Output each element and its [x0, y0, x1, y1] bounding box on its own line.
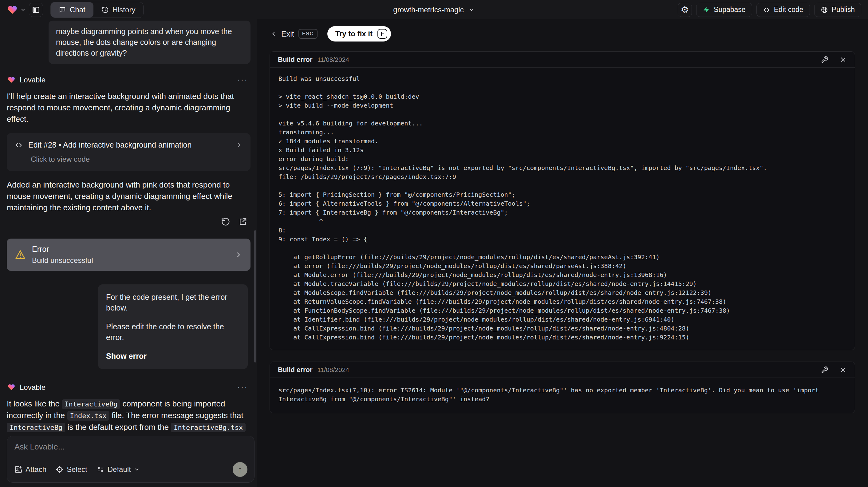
restore-icon[interactable] [221, 217, 230, 226]
chat-messages: maybe diagramming points and when you mo… [0, 19, 257, 436]
settings-button[interactable]: ⚙ [678, 3, 692, 17]
try-to-fix-button[interactable]: Try to fix it F [327, 26, 391, 41]
send-button[interactable]: ↑ [233, 462, 247, 477]
build-error-log: Build was unsuccessful > vite_react_shad… [270, 68, 855, 350]
project-name: growth-metrics-magic [393, 5, 464, 14]
chevron-down-icon [134, 467, 140, 472]
sliders-icon [96, 465, 104, 474]
error-card-title: Error [32, 245, 93, 254]
chevron-down-icon [469, 7, 475, 13]
arrow-up-icon: ↑ [238, 465, 242, 474]
error-card-texts: Error Build unsuccessful [32, 245, 93, 265]
build-error-log-card-2: Build error 11/08/2024 src/pages/Inde [270, 362, 855, 413]
message-actions [7, 217, 247, 226]
assistant-paragraph-rich: It looks like the InteractiveBg componen… [7, 398, 250, 436]
supabase-label: Supabase [714, 5, 746, 14]
close-icon[interactable] [839, 366, 847, 373]
edit-card-row: Edit #28 • Add interactive background an… [15, 141, 243, 149]
error-card-subtitle: Build unsuccessful [32, 256, 93, 265]
lovable-logo-menu[interactable] [7, 5, 26, 15]
mode-dropdown[interactable]: Default [96, 465, 140, 474]
chat-bubble-icon [59, 6, 66, 13]
app-window: Chat History growth-metrics-magic [0, 0, 868, 487]
top-bar-left: Chat History [7, 2, 144, 18]
build-error-log: src/pages/Index.tsx(7,10): error TS2614:… [270, 378, 855, 413]
edit-code-button[interactable]: Edit code [756, 3, 810, 17]
user-message: For the code present, I get the error be… [98, 284, 248, 369]
assistant-name: Lovable [20, 383, 45, 392]
user-message-line: Please edit the code to resolve the erro… [106, 321, 240, 343]
lovable-heart-icon [7, 76, 16, 84]
assistant-message-header: Lovable ··· [7, 75, 250, 85]
chevron-down-icon [20, 7, 26, 12]
project-switcher[interactable]: growth-metrics-magic [393, 5, 474, 14]
assistant-message-header: Lovable ··· [7, 383, 250, 392]
preview-panel: Exit ESC Try to fix it F Build error 11/… [257, 19, 868, 487]
chat-scrollbar-thumb[interactable] [254, 230, 256, 363]
assistant-paragraph: Added an interactive background with pin… [7, 179, 250, 213]
build-error-title: Build error [278, 56, 312, 64]
attach-label: Attach [26, 465, 46, 474]
wrench-fix-icon[interactable] [821, 366, 828, 373]
message-menu-button[interactable]: ··· [237, 383, 248, 392]
tab-history[interactable]: History [93, 2, 144, 18]
tab-chat[interactable]: Chat [51, 2, 93, 18]
warning-triangle-icon [15, 249, 26, 261]
chevron-right-icon [236, 142, 243, 149]
mode-label: Default [107, 465, 131, 474]
build-error-title: Build error [278, 366, 312, 374]
preview-toolbar: Exit ESC Try to fix it F [257, 19, 868, 48]
supabase-button[interactable]: Supabase [696, 3, 752, 17]
sidebar-toggle-button[interactable] [29, 3, 43, 17]
select-button[interactable]: Select [56, 465, 87, 474]
chevron-left-icon [270, 30, 277, 37]
user-message-text: maybe diagramming points and when you mo… [56, 27, 232, 57]
lovable-heart-icon [7, 5, 18, 15]
wrench-fix-icon[interactable] [821, 56, 828, 63]
fix-label: Try to fix it [335, 30, 373, 38]
chevron-right-icon [235, 251, 243, 259]
gear-icon: ⚙ [681, 5, 689, 14]
attach-button[interactable]: Attach [14, 465, 46, 474]
assistant-name: Lovable [20, 75, 45, 84]
f-keycap: F [377, 29, 387, 39]
show-error-link[interactable]: Show error [106, 351, 240, 362]
build-card-actions [821, 56, 847, 63]
panel-left-icon [32, 6, 40, 14]
assistant-paragraph: I'll help create an interactive backgrou… [7, 91, 250, 125]
edit-card-subtitle: Click to view code [31, 155, 243, 163]
code-brackets-icon [763, 6, 770, 13]
exit-label: Exit [281, 30, 294, 38]
globe-icon [821, 6, 828, 13]
tab-history-label: History [113, 5, 135, 14]
chat-history-tab-group: Chat History [51, 2, 144, 18]
edit-card-title: Edit #28 • Add interactive background an… [28, 141, 191, 149]
build-card-actions [821, 366, 847, 373]
close-icon[interactable] [839, 56, 847, 63]
user-message-line: For the code present, I get the error be… [106, 292, 240, 313]
chat-panel: maybe diagramming points and when you mo… [0, 19, 257, 487]
open-external-icon[interactable] [238, 217, 247, 226]
esc-keycap: ESC [299, 29, 317, 39]
edit-code-label: Edit code [774, 5, 803, 14]
code-brackets-icon [15, 141, 23, 149]
main-split: maybe diagramming points and when you mo… [0, 19, 868, 487]
chat-input[interactable]: Ask Lovable... [14, 442, 247, 452]
publish-button[interactable]: Publish [814, 3, 861, 17]
composer-toolbar: Attach Select [14, 462, 247, 477]
tab-chat-label: Chat [70, 5, 86, 14]
edit-card-28[interactable]: Edit #28 • Add interactive background an… [7, 133, 250, 171]
message-menu-button[interactable]: ··· [237, 75, 248, 85]
build-error-card[interactable]: Error Build unsuccessful [7, 239, 250, 271]
chat-composer[interactable]: Ask Lovable... Attach [7, 436, 254, 483]
image-attach-icon [14, 465, 23, 474]
top-bar: Chat History growth-metrics-magic [0, 0, 868, 19]
build-error-log-card-1: Build error 11/08/2024 Build was unsu [270, 51, 855, 350]
build-card-header: Build error 11/08/2024 [270, 362, 855, 378]
exit-button[interactable]: Exit ESC [270, 29, 317, 39]
target-select-icon [56, 465, 64, 474]
select-label: Select [67, 465, 87, 474]
history-clock-icon [101, 6, 109, 13]
publish-label: Publish [832, 5, 855, 14]
supabase-bolt-icon [703, 6, 710, 13]
